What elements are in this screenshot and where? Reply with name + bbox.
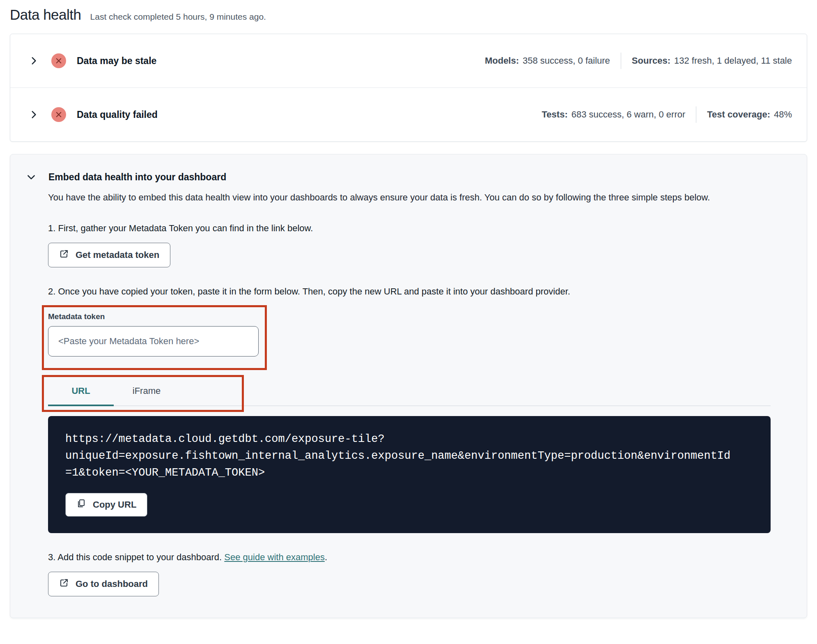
status-row-stats: Tests:683 success, 6 warn, 0 error Test … bbox=[542, 106, 792, 123]
step-3-prefix: 3. Add this code snippet to your dashboa… bbox=[48, 552, 224, 562]
chevron-right-icon[interactable] bbox=[28, 55, 40, 67]
metadata-token-label: Metadata token bbox=[48, 312, 265, 321]
stats-divider bbox=[621, 53, 621, 69]
metadata-token-input[interactable] bbox=[48, 326, 259, 356]
step-1-text: 1. First, gather your Metadata Token you… bbox=[48, 223, 771, 234]
embed-panel-body: You have the ability to embed this data … bbox=[48, 191, 771, 596]
annotation-highlight-token-box: Metadata token bbox=[42, 305, 267, 370]
embed-description: You have the ability to embed this data … bbox=[48, 191, 758, 204]
error-status-icon bbox=[51, 107, 66, 122]
copy-icon bbox=[76, 499, 86, 511]
embed-url-code-block: https://metadata.cloud.getdbt.com/exposu… bbox=[48, 416, 771, 533]
chevron-down-icon[interactable] bbox=[25, 171, 37, 183]
chevron-right-icon[interactable] bbox=[28, 108, 40, 121]
tab-url[interactable]: URL bbox=[48, 379, 114, 406]
copy-url-label: Copy URL bbox=[93, 499, 136, 510]
embed-url-line: uniqueId=exposure.fishtown_internal_anal… bbox=[65, 448, 754, 465]
last-check-status: Last check completed 5 hours, 9 minutes … bbox=[90, 12, 266, 22]
sources-stat-value: 132 fresh, 1 delayed, 11 stale bbox=[674, 55, 792, 66]
status-row-title: Data quality failed bbox=[77, 109, 158, 120]
go-to-dashboard-label: Go to dashboard bbox=[76, 579, 148, 589]
models-stat-label: Models: bbox=[485, 55, 519, 66]
step-3-text: 3. Add this code snippet to your dashboa… bbox=[48, 552, 771, 563]
coverage-stat: Test coverage:48% bbox=[707, 109, 792, 120]
external-link-icon bbox=[59, 578, 69, 590]
status-row-title: Data may be stale bbox=[77, 55, 156, 67]
external-link-icon bbox=[59, 249, 69, 261]
status-row-data-stale[interactable]: Data may be stale Models:358 success, 0 … bbox=[10, 34, 807, 87]
embed-url-line: =1&token=<YOUR_METADATA_TOKEN> bbox=[65, 465, 754, 481]
status-row-data-quality[interactable]: Data quality failed Tests:683 success, 6… bbox=[10, 88, 807, 141]
get-metadata-token-button[interactable]: Get metadata token bbox=[48, 243, 170, 267]
models-stat: Models:358 success, 0 failure bbox=[485, 55, 610, 66]
step-3-suffix: . bbox=[325, 552, 327, 562]
guide-examples-link[interactable]: See guide with examples bbox=[224, 552, 325, 562]
error-status-icon bbox=[51, 53, 66, 68]
coverage-stat-label: Test coverage: bbox=[707, 109, 770, 120]
embed-panel: Embed data health into your dashboard Yo… bbox=[10, 154, 807, 618]
embed-panel-header[interactable]: Embed data health into your dashboard bbox=[25, 171, 771, 183]
coverage-stat-value: 48% bbox=[774, 109, 792, 120]
page-header: Data health Last check completed 5 hours… bbox=[10, 7, 807, 23]
output-format-tabs: URL iFrame bbox=[48, 376, 771, 406]
tab-bar: URL iFrame bbox=[48, 376, 771, 406]
status-row-stats: Models:358 success, 0 failure Sources:13… bbox=[485, 53, 792, 69]
sources-stat-label: Sources: bbox=[632, 55, 670, 66]
tests-stat: Tests:683 success, 6 warn, 0 error bbox=[542, 109, 686, 120]
status-card: Data may be stale Models:358 success, 0 … bbox=[10, 34, 807, 142]
get-metadata-token-label: Get metadata token bbox=[76, 250, 159, 260]
tests-stat-label: Tests: bbox=[542, 109, 568, 120]
sources-stat: Sources:132 fresh, 1 delayed, 11 stale bbox=[632, 55, 792, 66]
go-to-dashboard-button[interactable]: Go to dashboard bbox=[48, 572, 159, 596]
stats-divider bbox=[696, 106, 696, 123]
embed-url-line: https://metadata.cloud.getdbt.com/exposu… bbox=[65, 431, 754, 448]
tests-stat-value: 683 success, 6 warn, 0 error bbox=[571, 109, 686, 120]
embed-panel-title: Embed data health into your dashboard bbox=[48, 172, 226, 183]
step-2-text: 2. Once you have copied your token, past… bbox=[48, 286, 771, 297]
data-health-page: Data health Last check completed 5 hours… bbox=[0, 0, 817, 618]
models-stat-value: 358 success, 0 failure bbox=[523, 55, 610, 66]
page-title: Data health bbox=[10, 7, 81, 23]
copy-url-button[interactable]: Copy URL bbox=[65, 493, 147, 517]
tab-iframe[interactable]: iFrame bbox=[114, 379, 179, 406]
